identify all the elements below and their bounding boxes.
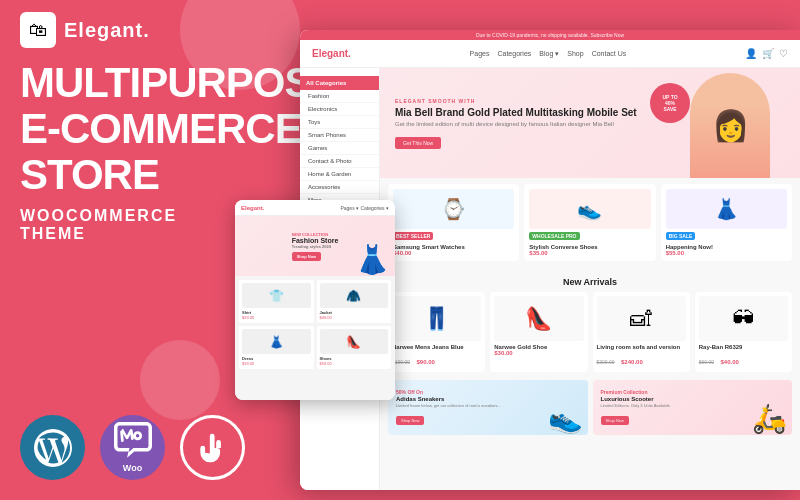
nav-contact[interactable]: Contact Us	[592, 50, 627, 58]
gold-shoe-image: 👠	[494, 296, 583, 341]
banner-cta-button[interactable]: Get This Now	[395, 137, 441, 149]
preview2-price-4: $59.00	[320, 361, 389, 366]
product-card-fashion[interactable]: 👗 BIG SALE Happening Now! $55.00	[661, 184, 792, 261]
sidebar-item-fashion[interactable]: Fashion	[300, 90, 379, 103]
preview2-img-1: 👕	[242, 283, 311, 308]
deco-circle-2	[140, 340, 220, 420]
shoes-price: $35.00	[529, 250, 650, 256]
promo-sneakers-button[interactable]: Shop Now	[396, 416, 424, 425]
nav-shop[interactable]: Shop	[567, 50, 583, 58]
cart-icon[interactable]: 🛒	[762, 48, 774, 59]
product-card-watches[interactable]: ⌚ BEST SELLER Samsung Smart Watches $40.…	[388, 184, 519, 261]
promo-scooter-name: Luxurious Scooter	[601, 395, 671, 403]
site-nav: Pages Categories Blog ▾ Shop Contact Us	[470, 50, 627, 58]
sofa-image: 🛋	[597, 296, 686, 341]
wordpress-svg-icon	[34, 429, 72, 467]
arrival-card-shoe[interactable]: 👠 Narwee Gold Shoe $30.00	[490, 292, 587, 372]
sofa-old-price: $300.00	[597, 359, 615, 365]
promo-scooter-button[interactable]: Shop Now	[601, 416, 629, 425]
banner-subtitle: Get the limited edition of multi device …	[395, 121, 637, 127]
main-container: 🛍 Elegant. Multipurpose E-commerce Store…	[0, 0, 800, 500]
preview2-products-grid: 👕 Shirt $29.00 🧥 Jacket $49.00 👗 Dress $…	[235, 276, 395, 373]
site-main-content: ELEGANT SMOOTH WITH Mia Bell Brand Gold …	[380, 68, 800, 490]
shoes-image: 👟	[529, 189, 650, 229]
promo-sneakers-desc: Limited frame below, get our collection …	[396, 403, 501, 408]
preview2-hero-text: NEW COLLECTION Fashion Store Trending st…	[287, 227, 344, 266]
glasses-image: 🕶	[699, 296, 788, 341]
sofa-price: $240.00	[621, 359, 643, 365]
bottom-promo-section: 50% Off On Adidas Sneakers Limited frame…	[380, 376, 800, 439]
promo-scooter-text: Premium Collection Luxurious Scooter Lim…	[601, 389, 671, 426]
sidebar-item-games[interactable]: Games	[300, 142, 379, 155]
sidebar-item-smartphones[interactable]: Smart Phones	[300, 129, 379, 142]
woo-svg-icon	[114, 422, 152, 460]
preview2-product-4[interactable]: 👠 Shoes $59.00	[317, 326, 392, 369]
sofa-price-area: $300.00 $240.00	[597, 350, 686, 368]
jeans-price-area: $100.00 $90.00	[392, 350, 481, 368]
preview2-img-4: 👠	[320, 329, 389, 354]
banner-tag: ELEGANT SMOOTH WITH	[395, 98, 637, 104]
wishlist-icon[interactable]: ♡	[779, 48, 788, 59]
sidebar-item-home-garden[interactable]: Home & Garden	[300, 168, 379, 181]
preview2-img-3: 👗	[242, 329, 311, 354]
site-logo: Elegant.	[312, 48, 351, 59]
best-sellers-row: ⌚ BEST SELLER Samsung Smart Watches $40.…	[388, 184, 792, 261]
notification-bar: Due to COVID-19 pandemic, no shipping av…	[300, 30, 800, 40]
preview2-btn[interactable]: Shop Now	[292, 252, 322, 261]
arrival-card-jeans[interactable]: 👖 Narwee Mens Jeans Blue $100.00 $90.00	[388, 292, 485, 372]
woo-text-label: Woo	[123, 463, 142, 473]
new-arrivals-title: New Arrivals	[388, 277, 792, 287]
promo-scooter-desc: Limited Editions. Only 3 Units Available…	[601, 403, 671, 408]
logo-bag-icon: 🛍	[29, 20, 47, 41]
promo-scooter-card[interactable]: Premium Collection Luxurious Scooter Lim…	[593, 380, 793, 435]
preview2-nav: Pages ▾ Categories ▾	[340, 205, 389, 211]
person-inner: 👩	[690, 73, 770, 178]
preview2-product-3[interactable]: 👗 Dress $39.00	[239, 326, 314, 369]
sidebar-item-contact-photo[interactable]: Contact & Photo	[300, 155, 379, 168]
bottom-icons: Woo	[20, 415, 245, 480]
preview2-header: Elegant. Pages ▾ Categories ▾	[235, 200, 395, 216]
jeans-price: $90.00	[417, 359, 435, 365]
fashion-price: $55.00	[666, 250, 787, 256]
product-card-shoes[interactable]: 👟 WHOLESALE PRO Stylish Converse Shoes $…	[524, 184, 655, 261]
preview2-product-1[interactable]: 👕 Shirt $29.00	[239, 280, 314, 323]
arrival-card-glasses[interactable]: 🕶 Ray-Ban R6329 $60.00 $40.00	[695, 292, 792, 372]
touch-icon-circle	[180, 415, 245, 480]
nav-blog[interactable]: Blog ▾	[539, 50, 559, 58]
nav-pages[interactable]: Pages	[470, 50, 490, 58]
banner-discount-badge: UP TO 40% SAVE	[650, 83, 690, 123]
arrival-card-sofa[interactable]: 🛋 Living room sofa and version $300.00 $…	[593, 292, 690, 372]
best-sellers-section: ⌚ BEST SELLER Samsung Smart Watches $40.…	[380, 178, 800, 273]
hero-banner: ELEGANT SMOOTH WITH Mia Bell Brand Gold …	[380, 68, 800, 178]
sidebar-item-accessories[interactable]: Accessories	[300, 181, 379, 194]
glasses-price-area: $60.00 $40.00	[699, 350, 788, 368]
preview2-product-2[interactable]: 🧥 Jacket $49.00	[317, 280, 392, 323]
logo-area: 🛍 Elegant.	[20, 12, 150, 48]
sidebar-item-electronics[interactable]: Electronics	[300, 103, 379, 116]
fashion-image: 👗	[666, 189, 787, 229]
sidebar-category-header: All Categories	[300, 76, 379, 90]
sidebar-item-toys[interactable]: Toys	[300, 116, 379, 129]
watches-price: $40.00	[393, 250, 514, 256]
preview2-logo: Elegant.	[241, 205, 264, 211]
brand-name: Elegant.	[64, 19, 150, 42]
preview2-price-3: $39.00	[242, 361, 311, 366]
promo-sneakers-card[interactable]: 50% Off On Adidas Sneakers Limited frame…	[388, 380, 588, 435]
promo-sneakers-name: Adidas Sneakers	[396, 395, 501, 403]
glasses-old-price: $60.00	[699, 359, 714, 365]
preview2-hero-img: 👗	[355, 243, 390, 276]
woocommerce-icon-circle: Woo	[100, 415, 165, 480]
user-icon[interactable]: 👤	[745, 48, 757, 59]
watches-image: ⌚	[393, 189, 514, 229]
preview2-title: Fashion Store	[292, 237, 339, 244]
site-header: Elegant. Pages Categories Blog ▾ Shop Co…	[300, 40, 800, 68]
new-arrivals-section: New Arrivals 👖 Narwee Mens Jeans Blue $1…	[380, 273, 800, 376]
nav-categories[interactable]: Categories	[497, 50, 531, 58]
badge-save: SAVE	[663, 106, 676, 112]
notification-text: Due to COVID-19 pandemic, no shipping av…	[476, 32, 624, 38]
preview2-subtitle: Trending styles 2024	[292, 244, 339, 249]
gold-shoe-price: $30.00	[494, 350, 583, 356]
promo-sneakers-text: 50% Off On Adidas Sneakers Limited frame…	[396, 389, 501, 426]
best-seller-badge: BEST SELLER	[393, 232, 514, 240]
preview2-body: NEW COLLECTION Fashion Store Trending st…	[235, 216, 395, 400]
